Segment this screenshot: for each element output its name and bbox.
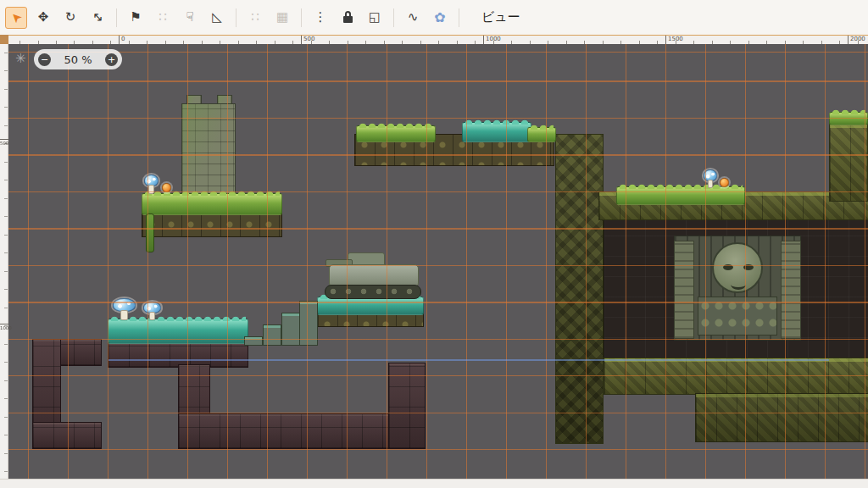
pattern-tool-button[interactable]: ∷: [244, 7, 266, 29]
mushroom-stem: [708, 180, 713, 188]
ruler-tick: [483, 36, 484, 44]
orange-fruit[interactable]: [720, 178, 729, 187]
rotate-tool-button[interactable]: ↻: [59, 7, 81, 29]
select-icon: ➤: [8, 9, 25, 26]
ruler-label: 500: [0, 141, 8, 146]
statue-face: [712, 242, 763, 293]
selection-guide-line: [108, 359, 829, 361]
toolbar-divider: [393, 8, 394, 27]
pickup-group[interactable]: [144, 172, 175, 194]
tank-treads: [325, 285, 421, 299]
mushroom-stem: [148, 185, 153, 194]
tank-hull: [329, 264, 419, 287]
teal-grass-platform[interactable]: [317, 297, 424, 315]
kebab-menu-icon: ⋮: [314, 11, 327, 24]
particle-tool-button[interactable]: ✿: [429, 7, 451, 29]
stone-stair-step[interactable]: [281, 313, 300, 346]
teal-grass-platform[interactable]: [108, 319, 248, 344]
flag-icon: ⚑: [130, 11, 141, 24]
teal-grass-segment[interactable]: [462, 122, 531, 142]
zoom-in-button[interactable]: +: [105, 53, 118, 66]
toolbar-divider: [116, 8, 117, 27]
mossy-slab[interactable]: [695, 393, 868, 442]
grass-platform[interactable]: [356, 125, 436, 142]
toolbar-divider: [301, 8, 302, 27]
ruler-label: 1000: [486, 36, 501, 42]
marquee-icon: ◱: [369, 11, 381, 24]
ruler-tick: [119, 36, 120, 44]
pickup-group[interactable]: [113, 298, 175, 320]
hand-tool-button[interactable]: ☟: [179, 7, 201, 29]
particle-flower-icon: ✿: [434, 11, 445, 25]
vine[interactable]: [146, 214, 154, 252]
connect-wave-icon: ∿: [408, 11, 419, 24]
statue-pillar-right: [781, 241, 801, 339]
tank-vehicle[interactable]: [322, 252, 422, 298]
slope-triangle-icon: ◺: [212, 11, 222, 24]
statue-eye: [743, 264, 754, 270]
ruler-label: 1500: [668, 36, 683, 42]
dirt-bracket-bottom[interactable]: [32, 422, 102, 449]
tile-grid-tool-button[interactable]: ▦: [271, 7, 293, 29]
level-canvas[interactable]: [8, 44, 868, 479]
toolbar: ➤ ✥ ↻ ↔ ⚑ ∷ ☟ ◺ ∷ ▦ ⋮ ◱ ∿ ✿ ビュー: [0, 0, 868, 35]
mushroom-stem: [149, 312, 156, 320]
vertex-dots-icon: ∷: [159, 11, 167, 24]
view-menu-button[interactable]: ビュー: [475, 6, 527, 29]
tower-body: [181, 103, 236, 198]
stone-stair-step[interactable]: [299, 301, 318, 346]
ruler-tick: [301, 36, 302, 44]
ruler-label: 2000: [850, 36, 865, 42]
lock-tool-button[interactable]: [337, 7, 359, 29]
tile-grid-icon: ▦: [276, 11, 288, 24]
grass-platform[interactable]: [527, 127, 556, 142]
mossy-ledge[interactable]: [604, 358, 868, 395]
ruler-corner: [0, 35, 8, 44]
corner-moss-block[interactable]: [829, 124, 868, 202]
slope-tool-button[interactable]: ◺: [206, 7, 228, 29]
dirt-column[interactable]: [388, 363, 426, 449]
grass-cap[interactable]: [829, 112, 868, 125]
zoom-out-button[interactable]: −: [38, 53, 51, 66]
toolbar-divider: [236, 8, 236, 27]
marquee-tool-button[interactable]: ◱: [364, 7, 386, 29]
ruler-tick: [0, 324, 8, 324]
ruler-label: 0: [121, 36, 125, 42]
zoom-control: − 50 % +: [34, 49, 122, 69]
ruler-label: 500: [303, 36, 314, 42]
mushroom-stem: [120, 310, 129, 320]
stone-face-statue[interactable]: [674, 236, 801, 341]
mossy-column[interactable]: [555, 134, 604, 444]
horizontal-scrollbar-track[interactable]: [0, 479, 868, 488]
blue-mushroom[interactable]: [143, 302, 161, 320]
stone-stair-step[interactable]: [263, 324, 281, 346]
vertex-tool-button[interactable]: ∷: [152, 7, 174, 29]
scale-tool-button[interactable]: ↔: [86, 7, 108, 29]
statue-ornament-panel: [698, 297, 777, 336]
ornate-block-row[interactable]: [317, 313, 424, 327]
blue-mushroom-large[interactable]: [113, 298, 136, 320]
lock-icon: [343, 16, 353, 23]
orange-fruit[interactable]: [162, 183, 171, 192]
more-options-button[interactable]: ⋮: [309, 7, 331, 29]
stone-stair-step[interactable]: [244, 336, 263, 346]
select-tool-button[interactable]: ➤: [5, 7, 27, 29]
statue-mouth: [731, 280, 746, 290]
pattern-dots-icon: ∷: [251, 11, 259, 24]
stamp-flag-tool-button[interactable]: ⚑: [125, 7, 147, 29]
stone-tower[interactable]: [181, 95, 236, 198]
ornate-block-row[interactable]: [142, 214, 282, 237]
blue-mushroom[interactable]: [144, 175, 159, 194]
statue-eye: [723, 264, 733, 270]
ruler-tick: [848, 36, 849, 44]
rotate-icon: ↻: [65, 11, 76, 24]
ruler-tick: [665, 36, 666, 44]
move-icon: ✥: [38, 11, 49, 24]
connect-tool-button[interactable]: ∿: [402, 7, 424, 29]
pickup-group[interactable]: [704, 168, 734, 190]
move-tool-button[interactable]: ✥: [32, 7, 54, 29]
statue-pillar-left: [674, 241, 694, 339]
ruler-vertical: 500 1000: [0, 44, 8, 479]
grass-platform[interactable]: [142, 193, 282, 215]
blue-mushroom[interactable]: [704, 169, 717, 188]
